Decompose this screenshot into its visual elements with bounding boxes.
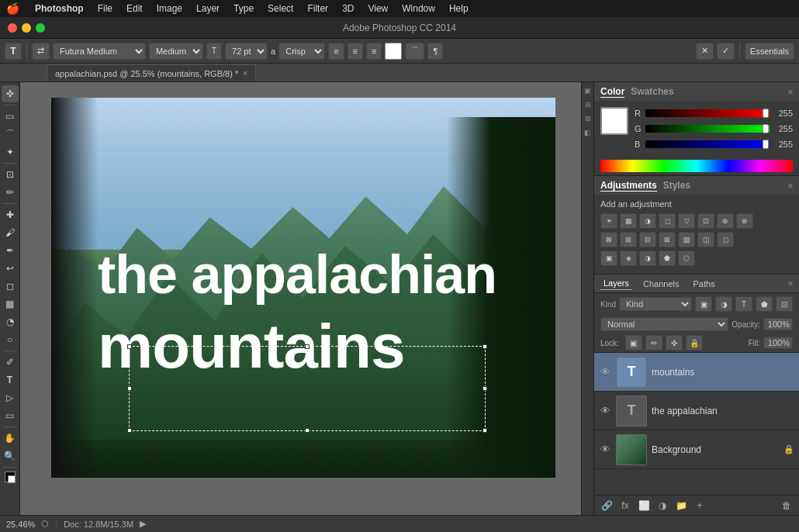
lock-all-btn[interactable]: 🔒 [686,335,703,351]
styles-tab[interactable]: Styles [663,180,690,191]
adj-smart-sharpen-btn[interactable]: ◈ [620,250,637,266]
panel-toggle-2[interactable]: ⊞ [583,99,593,110]
layer-adj-icon[interactable]: ◑ [715,296,732,312]
adj-color-lookup-btn[interactable]: ⊟ [639,232,656,247]
panel-toggle-3[interactable]: ⊠ [583,113,593,124]
fill-input[interactable] [763,337,793,349]
layer-pixel-icon[interactable]: ▣ [695,296,712,312]
layer-type-icon[interactable]: T [735,296,752,312]
adjustments-tab[interactable]: Adjustments [600,180,657,192]
eyedropper-tool[interactable]: ✏ [2,184,19,201]
lock-image-btn[interactable]: ✏ [645,335,662,351]
tab-close-icon[interactable]: × [243,69,247,78]
adjustments-panel-collapse[interactable]: ≡ [788,181,793,190]
adj-bw-btn[interactable]: ⊗ [736,213,753,229]
menu-edit[interactable]: Edit [120,2,149,16]
menu-window[interactable]: Window [396,2,441,16]
channels-tab[interactable]: Channels [640,278,682,290]
color-panel-header[interactable]: Color Swatches ≡ [594,82,799,101]
zoom-tool[interactable]: 🔍 [2,447,19,465]
apple-menu[interactable]: 🍎 [6,2,19,15]
new-group-btn[interactable]: 📁 [673,499,689,513]
menu-image[interactable]: Image [150,2,189,16]
character-panel-btn[interactable]: ¶ [427,43,443,60]
layer-visibility-mountains[interactable]: 👁 [599,366,611,378]
close-button[interactable] [8,23,17,33]
swatches-tab[interactable]: Swatches [631,86,673,97]
blend-mode-select[interactable]: Normal [600,317,728,331]
menu-view[interactable]: View [361,2,394,16]
quick-select-tool[interactable]: ✦ [2,143,19,161]
layer-item-background[interactable]: 👁 Background 🔒 [594,430,799,469]
color-panel-collapse[interactable]: ≡ [788,88,793,96]
document-tab[interactable]: appalachian.psd @ 25.5% (mountains, RGB/… [47,64,256,81]
gradient-tool[interactable]: ▦ [2,295,19,313]
path-selection-tool[interactable]: ▷ [2,389,19,406]
spectrum-bar[interactable] [600,160,793,172]
menu-filter[interactable]: Filter [301,2,334,16]
text-color-swatch[interactable] [385,43,402,60]
b-thumb[interactable] [763,140,769,149]
menu-3d[interactable]: 3D [336,2,360,16]
link-layers-btn[interactable]: 🔗 [599,499,614,513]
canvas-text-appalachian[interactable]: the appalachian mountains [98,245,496,381]
pen-tool[interactable]: ✐ [2,354,19,371]
panel-toggle-1[interactable]: ▣ [583,85,593,96]
g-value[interactable]: 255 [773,124,793,133]
new-adjustment-btn[interactable]: ◑ [655,499,670,513]
font-size-select[interactable]: 72 pt [225,43,268,60]
layer-item-appalachian[interactable]: 👁 T the appalachian [594,392,799,430]
layer-smart-icon[interactable]: ⊡ [776,296,793,312]
menu-file[interactable]: File [92,2,119,16]
crop-tool[interactable]: ⊡ [2,166,19,183]
brush-tool[interactable]: 🖌 [2,224,19,241]
adj-gradient-map-btn[interactable]: ◻ [717,232,734,247]
type-tool[interactable]: T [2,371,19,389]
align-right-btn[interactable]: ≡ [366,43,382,60]
menu-type[interactable]: Type [227,2,260,16]
adj-levels-btn[interactable]: ▦ [620,213,637,229]
menu-select[interactable]: Select [261,2,299,16]
b-slider[interactable] [645,140,770,148]
move-tool[interactable]: ✜ [2,85,19,102]
marquee-tool[interactable]: ▭ [2,108,19,125]
adj-hsl-btn[interactable]: ⊡ [697,213,714,229]
healing-tool[interactable]: ✚ [2,206,19,223]
color-tab[interactable]: Color [600,86,624,98]
menu-layer[interactable]: Layer [190,2,226,16]
g-slider[interactable] [645,125,770,133]
aa-mode-select[interactable]: Crisp [278,43,325,60]
color-swatch[interactable] [600,107,628,135]
r-value[interactable]: 255 [773,109,793,118]
adj-posterize-btn[interactable]: ▧ [678,232,695,247]
align-left-btn[interactable]: ≡ [328,43,344,60]
adj-brightness-btn[interactable]: ☀ [600,213,617,229]
adj-photo-filter-btn[interactable]: ⊠ [600,232,617,247]
adj-invert-btn[interactable]: ⊠ [659,232,676,247]
add-style-btn[interactable]: fx [617,499,633,513]
lasso-tool[interactable]: ⌒ [2,126,19,143]
adjustments-panel-header[interactable]: Adjustments Styles ≡ [594,176,799,195]
b-value[interactable]: 255 [773,140,793,149]
layer-item-mountains[interactable]: 👁 T mountains [594,353,799,392]
layers-tab[interactable]: Layers [600,277,632,290]
clone-stamp-tool[interactable]: ✒ [2,242,19,259]
new-layer-btn[interactable]: + [692,499,707,513]
warp-text-btn[interactable]: ⌒ [405,43,424,60]
layer-visibility-appalachian[interactable]: 👁 [599,405,611,417]
adj-exposure-btn[interactable]: ◻ [659,213,676,229]
adj-sel-color-btn[interactable]: ▣ [600,250,617,266]
font-style-select[interactable]: Medium [149,43,203,60]
text-orientation-icon[interactable]: ⇄ [32,43,50,60]
minimize-button[interactable] [22,23,31,33]
adj-vibrance-btn[interactable]: ▽ [678,213,695,229]
hand-tool[interactable]: ✋ [2,430,19,447]
history-brush-tool[interactable]: ↩ [2,260,19,277]
essentials-btn[interactable]: Essentials [745,43,794,60]
adj-color-balance-btn[interactable]: ⊕ [717,213,734,229]
zoom-level[interactable]: 25.46% [6,520,35,529]
delete-layer-btn[interactable]: 🗑 [779,499,794,513]
maximize-button[interactable] [36,23,45,33]
cancel-btn[interactable]: ✕ [696,43,714,60]
add-mask-btn[interactable]: ⬜ [636,499,652,513]
